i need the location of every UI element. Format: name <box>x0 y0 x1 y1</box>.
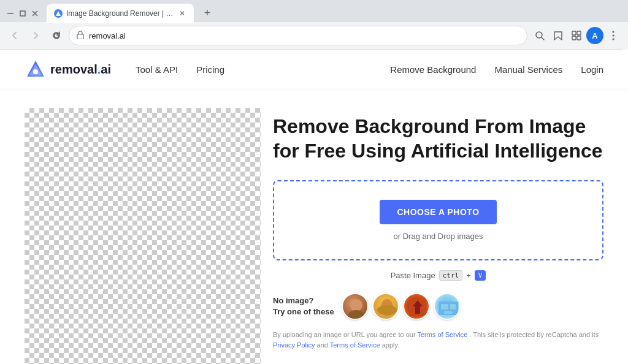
forward-button[interactable] <box>27 27 44 44</box>
tos-link-1[interactable]: Terms of Service <box>417 331 467 338</box>
nav-link-pricing[interactable]: Pricing <box>196 64 224 75</box>
tos-post: apply. <box>380 341 400 349</box>
login-button[interactable]: Login <box>581 64 603 75</box>
site-nav: removal.ai Tool & API Pricing Remove Bac… <box>0 50 628 89</box>
extensions-button[interactable] <box>568 27 585 44</box>
maximize-button[interactable] <box>18 9 27 18</box>
sample-image-4[interactable] <box>434 293 461 320</box>
svg-rect-12 <box>577 36 581 40</box>
svg-marker-4 <box>56 11 61 16</box>
nav-link-remove-bg[interactable]: Remove Background <box>390 64 476 75</box>
svg-point-18 <box>33 69 38 74</box>
profile-button[interactable]: A <box>586 27 603 44</box>
hero-image <box>25 108 261 364</box>
tab-favicon <box>54 9 63 18</box>
svg-rect-11 <box>572 36 576 40</box>
paste-row: Paste Image ctrl + V <box>273 270 603 281</box>
nav-links: Tool & API Pricing <box>136 64 390 75</box>
tos-link-3[interactable]: Terms of Service <box>330 341 380 349</box>
nav-right: Remove Background Manual Services Login <box>390 64 603 75</box>
url-text: removal.ai <box>89 31 519 40</box>
svg-rect-1 <box>20 11 25 16</box>
page-content: removal.ai Tool & API Pricing Remove Bac… <box>0 50 628 364</box>
sample-image-2[interactable] <box>372 293 399 320</box>
bookmark-button[interactable] <box>550 27 567 44</box>
nav-link-manual-services[interactable]: Manual Services <box>494 64 562 75</box>
window-controls <box>6 9 39 18</box>
svg-rect-5 <box>77 34 83 39</box>
title-bar: Image Background Remover | R... ✕ + <box>0 0 628 22</box>
hero-content: Remove Background From Image for Free Us… <box>273 108 603 350</box>
plus-symbol: + <box>466 271 471 280</box>
no-image-text: No image? Try one of these <box>273 295 334 317</box>
svg-rect-42 <box>450 304 456 309</box>
svg-rect-41 <box>441 304 448 309</box>
address-bar[interactable]: removal.ai <box>69 26 527 45</box>
tos-text: By uploading an image or URL you agree t… <box>273 330 603 350</box>
svg-rect-0 <box>7 13 13 14</box>
tos-pre: By uploading an image or URL you agree t… <box>273 331 417 338</box>
svg-rect-43 <box>444 311 453 314</box>
sample-image-1[interactable] <box>342 293 369 320</box>
svg-point-34 <box>350 299 362 311</box>
drag-drop-text: or Drag and Drop images <box>286 232 590 241</box>
sample-images <box>342 293 461 320</box>
menu-button[interactable] <box>605 27 622 44</box>
choose-photo-button[interactable]: CHOOSE A PHOTO <box>380 200 496 224</box>
logo-text: removal.ai <box>50 63 111 77</box>
sample-image-3[interactable] <box>403 293 430 320</box>
ctrl-key: ctrl <box>439 270 463 281</box>
reload-button[interactable] <box>48 27 65 44</box>
search-toolbar-button[interactable] <box>531 27 548 44</box>
minimize-button[interactable] <box>6 9 15 18</box>
svg-point-13 <box>613 31 615 33</box>
paste-label: Paste Image <box>391 271 435 280</box>
svg-line-7 <box>542 37 544 40</box>
hero-section: Remove Background From Image for Free Us… <box>0 89 628 364</box>
hero-title: Remove Background From Image for Free Us… <box>273 114 603 163</box>
active-tab[interactable]: Image Background Remover | R... ✕ <box>47 4 194 23</box>
back-button[interactable] <box>6 27 23 44</box>
svg-rect-10 <box>577 31 581 35</box>
browser-chrome: Image Background Remover | R... ✕ + remo… <box>0 0 628 50</box>
svg-point-35 <box>348 310 365 320</box>
svg-point-15 <box>613 39 615 40</box>
toolbar: removal.ai A <box>0 22 628 49</box>
no-image-row: No image? Try one of these <box>273 293 603 320</box>
secure-icon <box>77 31 84 41</box>
svg-point-38 <box>377 305 397 315</box>
toolbar-actions: A <box>531 27 622 44</box>
tab-title: Image Background Remover | R... <box>66 9 174 18</box>
svg-point-14 <box>613 35 615 37</box>
v-key: V <box>475 270 486 281</box>
tos-mid: . This site is protected by reCaptcha an… <box>467 331 599 338</box>
close-button[interactable] <box>31 9 39 18</box>
nav-link-tool-api[interactable]: Tool & API <box>136 64 178 75</box>
logo[interactable]: removal.ai <box>25 58 111 80</box>
new-tab-button[interactable]: + <box>199 4 216 21</box>
checkerboard-background <box>25 108 261 364</box>
svg-marker-8 <box>554 32 562 40</box>
svg-rect-9 <box>572 31 576 35</box>
upload-zone[interactable]: CHOOSE A PHOTO or Drag and Drop images <box>273 180 603 260</box>
tab-close-button[interactable]: ✕ <box>178 9 186 18</box>
tos-link-2[interactable]: Privacy Policy <box>273 341 315 349</box>
tos-and: and <box>315 341 329 349</box>
